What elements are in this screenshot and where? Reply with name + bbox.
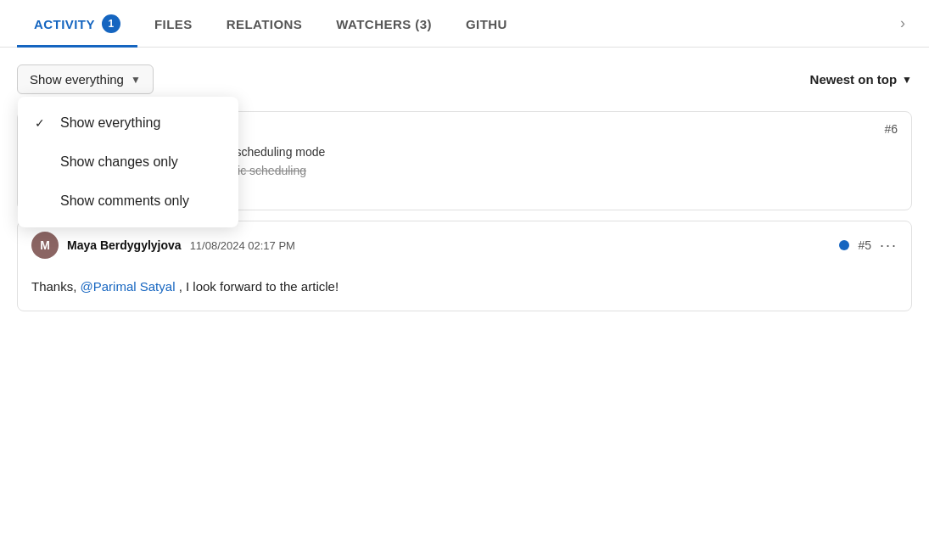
tab-activity[interactable]: ACTIVITY 1 bbox=[17, 1, 137, 48]
comment-item-5: M Maya Berdygylyjova 11/08/2024 02:17 PM… bbox=[17, 221, 912, 311]
unread-indicator bbox=[839, 240, 849, 250]
tab-activity-label: ACTIVITY bbox=[34, 17, 95, 31]
dropdown-item-show-changes-label: Show changes only bbox=[60, 154, 178, 170]
dropdown-item-show-everything-label: Show everything bbox=[60, 115, 160, 131]
comment-author: Maya Berdygylyjova bbox=[67, 238, 182, 252]
tab-watchers[interactable]: WATCHERS (3) bbox=[319, 3, 449, 46]
tab-relations-label: RELATIONS bbox=[227, 17, 303, 31]
tab-github-label: GITHU bbox=[466, 17, 507, 31]
tab-activity-badge: 1 bbox=[102, 14, 120, 33]
avatar-maya: M bbox=[31, 232, 59, 259]
comment-body-5: Thanks, @Parimal Satyal , I look forward… bbox=[18, 269, 911, 311]
comment-actions: #5 ··· bbox=[839, 237, 898, 255]
dropdown-item-show-changes-only[interactable]: ✓ Show changes only bbox=[18, 143, 238, 182]
tab-github[interactable]: GITHU bbox=[449, 3, 524, 46]
dropdown-item-show-comments-label: Show comments only bbox=[60, 193, 189, 209]
tab-watchers-label: WATCHERS (3) bbox=[336, 17, 432, 31]
comment-more-button[interactable]: ··· bbox=[880, 237, 898, 255]
tab-files-label: FILES bbox=[154, 17, 193, 31]
sort-dropdown-button[interactable]: Newest on top ▼ bbox=[810, 72, 912, 87]
tabs-bar: ACTIVITY 1 FILES RELATIONS WATCHERS (3) … bbox=[0, 0, 929, 48]
comment-mention[interactable]: @Parimal Satyal bbox=[81, 279, 176, 294]
dropdown-item-show-comments-only[interactable]: ✓ Show comments only bbox=[18, 182, 238, 221]
filter-chevron-icon: ▼ bbox=[131, 74, 141, 86]
toolbar: Show everything ▼ ✓ Show everything ✓ Sh… bbox=[17, 64, 912, 94]
filter-dropdown-menu: ✓ Show everything ✓ Show changes only ✓ … bbox=[18, 97, 238, 227]
avatar-initials: M bbox=[40, 238, 50, 252]
comment-date: 11/08/2024 02:17 PM bbox=[190, 239, 295, 252]
comment-header-5: M Maya Berdygylyjova 11/08/2024 02:17 PM… bbox=[18, 221, 911, 269]
comment-body-prefix: Thanks, bbox=[31, 279, 81, 294]
tabs-more-button[interactable]: › bbox=[893, 1, 912, 46]
check-icon-show-everything: ✓ bbox=[35, 116, 48, 130]
sort-chevron-icon: ▼ bbox=[902, 74, 912, 86]
sort-label: Newest on top bbox=[810, 72, 898, 87]
comment-number: #5 bbox=[858, 238, 871, 252]
tab-files[interactable]: FILES bbox=[137, 3, 210, 46]
comment-body-suffix: , I look forward to the article! bbox=[175, 279, 339, 294]
filter-label: Show everything bbox=[30, 72, 124, 87]
activity-item-6-number: #6 bbox=[884, 122, 898, 136]
content-area: Show everything ▼ ✓ Show everything ✓ Sh… bbox=[0, 48, 929, 311]
tab-relations[interactable]: RELATIONS bbox=[210, 3, 320, 46]
filter-dropdown-button[interactable]: Show everything ▼ ✓ Show everything ✓ Sh… bbox=[17, 64, 154, 94]
dropdown-item-show-everything[interactable]: ✓ Show everything bbox=[18, 104, 238, 143]
